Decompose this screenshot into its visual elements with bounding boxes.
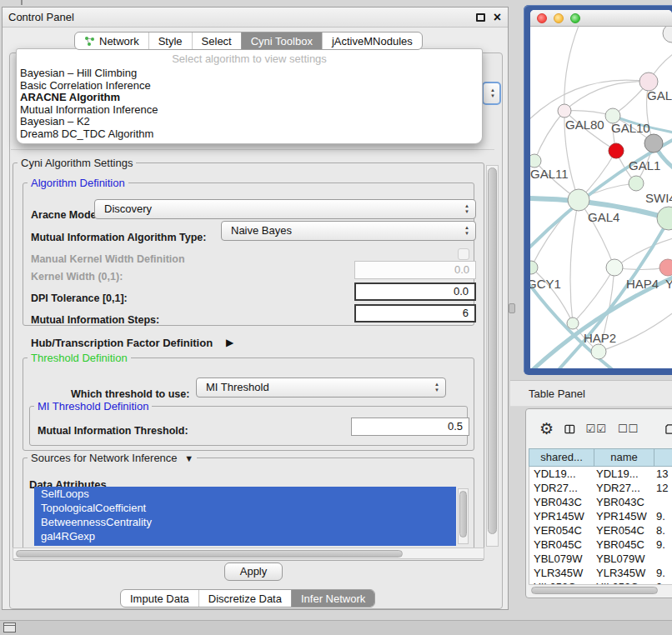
attribute-item[interactable]: BetweennessCentrality — [34, 515, 456, 529]
node-table: ⚙ ☑☑ ☐☐ shared... name YDL19...YDL19...1… — [525, 408, 672, 598]
table-cell: 12 — [654, 481, 672, 495]
close-panel-icon[interactable]: × — [494, 8, 501, 27]
node-label: HAP2 — [584, 331, 616, 345]
tab-label: Infer Network — [301, 592, 365, 605]
algorithm-option[interactable]: Bayesian – Hill Climbing — [17, 68, 482, 80]
panel-splitter-handle[interactable] — [509, 303, 515, 313]
tab-cyni-toolbox[interactable]: Cyni Toolbox — [241, 32, 322, 49]
apply-button[interactable]: Apply — [224, 562, 283, 581]
attribute-item[interactable]: TopologicalCoefficient — [34, 501, 456, 515]
table-row[interactable]: YPR145WYPR145W9. — [529, 509, 672, 523]
network-node-hap4[interactable] — [606, 259, 623, 276]
attribute-item[interactable]: SelfLoops — [34, 487, 456, 501]
collapse-arrow-icon[interactable]: ▼ — [184, 453, 193, 463]
table-cell — [654, 552, 672, 566]
tab-label: jActiveMNodules — [332, 35, 413, 48]
spinner-arrows-icon: ▲▼ — [434, 382, 439, 393]
mi-threshold-input[interactable]: 0.5 — [351, 418, 469, 436]
algorithm-option[interactable]: Mutual Information Inference — [17, 104, 482, 117]
scrollbar-thumb[interactable] — [488, 168, 497, 534]
mi-type-select[interactable]: Naive Bayes ▲▼ — [221, 221, 476, 241]
tab-jactivemnodules[interactable]: jActiveMNodules — [322, 32, 422, 49]
table-cell: YER054C — [594, 523, 654, 538]
table-cell: 9. — [654, 538, 672, 552]
zoom-window-icon[interactable] — [570, 13, 580, 23]
network-node-swi4[interactable] — [657, 207, 672, 230]
scrollbar-thumb[interactable] — [459, 491, 467, 538]
network-node-gal1[interactable] — [629, 176, 644, 191]
algorithm-select-fragment[interactable]: ▲▼ — [482, 82, 501, 105]
spinner-arrows-icon: ▲▼ — [490, 88, 495, 99]
tab-infer-network[interactable]: Infer Network — [291, 590, 374, 607]
network-canvas[interactable]: GALGAL80GAL10GAL11GAL1SWI4GAL4GCY1HAP4YH… — [530, 27, 672, 368]
network-edge[interactable] — [599, 308, 672, 352]
deselect-all-checkboxes-icon[interactable]: ☐☐ — [618, 422, 639, 435]
group-title: Algorithm Definition — [28, 177, 128, 189]
network-edge[interactable] — [530, 198, 531, 268]
table-row[interactable]: YDR27...YDR27...12 — [529, 481, 672, 495]
function-builder-icon[interactable] — [664, 421, 672, 438]
tab-label: Select — [202, 35, 232, 48]
network-node[interactable] — [609, 143, 624, 158]
network-node-hap2[interactable] — [567, 318, 579, 329]
network-node[interactable] — [663, 27, 672, 42]
network-node[interactable] — [591, 344, 606, 359]
network-edge[interactable] — [570, 200, 579, 323]
column-header-name[interactable]: name — [594, 448, 654, 467]
minimize-window-icon[interactable] — [554, 13, 564, 23]
network-node[interactable] — [644, 134, 663, 152]
restore-panel-icon[interactable] — [3, 622, 16, 632]
algorithm-option[interactable]: Bayesian – K2 — [17, 116, 482, 128]
table-row[interactable]: YBR045CYBR045C9. — [529, 538, 672, 552]
table-row[interactable]: YER054CYER054C8. — [529, 523, 672, 538]
attributes-scrollbar[interactable] — [458, 488, 469, 544]
table-row[interactable]: YBL079WYBL079W — [529, 552, 672, 566]
panel-separator — [11, 149, 494, 150]
attribute-item[interactable]: gal4RGexp — [34, 529, 456, 543]
table-cell: 9. — [654, 566, 672, 580]
gear-icon[interactable]: ⚙ — [539, 421, 554, 438]
tab-impute-data[interactable]: Impute Data — [121, 590, 198, 607]
which-threshold-select[interactable]: MI Threshold ▲▼ — [196, 378, 446, 398]
table-row[interactable]: YDL19...YDL19...13 — [529, 467, 672, 481]
kernel-width-input[interactable]: 0.0 — [354, 261, 476, 279]
aracne-mode-select[interactable]: Discovery ▲▼ — [94, 199, 476, 219]
columns-icon[interactable] — [564, 422, 575, 437]
algorithm-option[interactable]: ARACNE Algorithm — [17, 92, 482, 104]
hub-definition-label: Hub/Transcription Factor Definition — [31, 337, 213, 350]
network-node-y[interactable] — [659, 259, 672, 276]
select-all-checkboxes-icon[interactable]: ☑☑ — [586, 422, 607, 435]
float-panel-icon[interactable] — [476, 13, 485, 22]
network-window-titlebar[interactable] — [530, 10, 672, 27]
table-row[interactable]: YLR345WYLR345W9. — [529, 566, 672, 580]
tab-select[interactable]: Select — [192, 32, 241, 49]
table-panel-titlebar: Table Panel — [510, 380, 672, 407]
node-label: GCY1 — [530, 277, 561, 291]
dpi-tolerance-input[interactable]: 0.0 — [354, 282, 476, 301]
algorithm-option[interactable]: Dream8 DC_TDC Algorithm — [17, 128, 482, 141]
column-header-shared-name[interactable]: shared... — [529, 448, 594, 467]
expand-arrow-icon[interactable]: ▶ — [226, 337, 233, 348]
bottom-tabs: Impute Data Discretize Data Infer Networ… — [120, 589, 375, 608]
tab-network[interactable]: Network — [75, 32, 148, 49]
mi-steps-input[interactable]: 6 — [354, 304, 476, 322]
network-edge[interactable] — [534, 111, 564, 161]
tab-discretize-data[interactable]: Discretize Data — [198, 590, 291, 607]
scrollbar-thumb[interactable] — [16, 550, 403, 558]
network-node-gal4[interactable] — [568, 189, 589, 211]
tab-style[interactable]: Style — [148, 32, 192, 49]
settings-vertical-scrollbar[interactable] — [486, 165, 499, 547]
network-edge[interactable] — [564, 27, 580, 111]
scrollbar-thumb[interactable] — [531, 587, 658, 594]
close-window-icon[interactable] — [537, 13, 547, 23]
table-horizontal-scrollbar[interactable] — [529, 584, 672, 596]
column-header-clipped[interactable] — [654, 448, 672, 467]
manual-kernel-checkbox[interactable] — [458, 248, 469, 260]
network-node-gal80[interactable] — [558, 104, 571, 118]
data-attributes-list[interactable]: SelfLoopsTopologicalCoefficientBetweenne… — [34, 487, 456, 546]
network-node-gal11[interactable] — [530, 154, 541, 168]
settings-horizontal-scrollbar[interactable] — [13, 548, 484, 559]
divider-tick — [21, 0, 23, 5]
table-row[interactable]: YBR043CYBR043C — [529, 495, 672, 509]
algorithm-option[interactable]: Basic Correlation Inference — [17, 80, 482, 92]
